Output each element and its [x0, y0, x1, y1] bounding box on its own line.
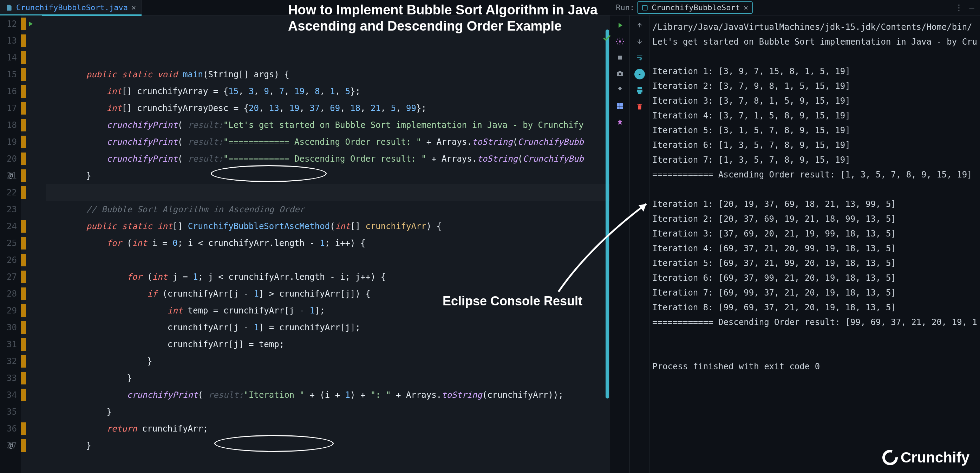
line-number: 35: [0, 403, 17, 420]
line-number: 20: [0, 150, 17, 167]
change-marker: [21, 321, 26, 334]
run-toolbar-secondary: [630, 16, 649, 473]
code-line[interactable]: for (int i = 0; i < crunchifyArr.length …: [46, 235, 610, 252]
change-marker: [21, 186, 26, 199]
console-line: Iteration 1: [3, 9, 7, 15, 8, 1, 5, 19]: [652, 64, 977, 79]
code-line[interactable]: [46, 184, 610, 201]
console-line: Iteration 5: [69, 37, 21, 99, 20, 19, 18…: [652, 256, 977, 271]
console-line: /Library/Java/JavaVirtualMachines/jdk-15…: [652, 20, 977, 35]
console-line: Iteration 5: [3, 1, 5, 7, 8, 9, 15, 19]: [652, 123, 977, 138]
console-line: [652, 182, 977, 197]
console-line: Iteration 6: [1, 3, 5, 7, 8, 9, 15, 19]: [652, 138, 977, 153]
editor-pane: CrunchifyBubbleSort.java × How to Implem…: [0, 0, 610, 473]
layout-icon[interactable]: [615, 101, 625, 111]
code-line[interactable]: crunchifyPrint( result:"Let's get starte…: [46, 117, 610, 134]
stop-icon[interactable]: [615, 53, 625, 62]
code-line[interactable]: }: [46, 167, 610, 184]
svg-rect-2: [618, 56, 622, 60]
console-line: Iteration 2: [20, 37, 69, 19, 21, 18, 99…: [652, 212, 977, 226]
minimize-icon[interactable]: —: [969, 3, 974, 13]
line-number: 16: [0, 83, 17, 100]
console-line: Let's get started on Bubble Sort impleme…: [652, 35, 977, 49]
change-marker: [21, 422, 26, 435]
delete-icon[interactable]: [635, 102, 644, 112]
change-marker: [21, 51, 26, 64]
line-number: 15: [0, 66, 17, 83]
up-arrow-icon[interactable]: [635, 21, 644, 30]
soft-wrap-icon[interactable]: [635, 53, 644, 62]
override-gutter-icon[interactable]: @: [8, 171, 13, 180]
code-line[interactable]: // Bubble Sort Algorithm in Ascending Or…: [46, 201, 610, 218]
override-gutter-icon[interactable]: @: [8, 441, 13, 449]
console-line: Iteration 6: [69, 37, 99, 21, 20, 19, 18…: [652, 271, 977, 285]
code-line[interactable]: }: [46, 369, 610, 387]
line-number: 17: [0, 100, 17, 117]
console-output[interactable]: /Library/Java/JavaVirtualMachines/jdk-15…: [649, 16, 980, 473]
code-line[interactable]: crunchifyPrint( result:"============ Des…: [46, 150, 610, 167]
code-line[interactable]: crunchifyArr[j] = temp;: [46, 336, 610, 353]
console-line: Iteration 7: [69, 99, 37, 21, 20, 19, 18…: [652, 285, 977, 300]
title-line-2: Ascending and Descending Order Example: [288, 18, 598, 35]
change-marker: [21, 237, 26, 250]
svg-point-1: [619, 40, 621, 43]
code-line[interactable]: public static int[] CrunchifyBubbleSortA…: [46, 218, 610, 235]
code-line[interactable]: }: [46, 437, 610, 454]
dump-icon[interactable]: [615, 85, 625, 95]
scroll-indicator[interactable]: [606, 30, 609, 398]
line-number: 24: [0, 218, 17, 235]
print-icon[interactable]: [635, 86, 644, 96]
console-line: Iteration 8: [99, 69, 37, 21, 20, 19, 18…: [652, 300, 977, 315]
code-line[interactable]: }: [46, 403, 610, 420]
line-number: 34: [0, 387, 17, 403]
code-line[interactable]: crunchifyArr[j - 1] = crunchifyArr[j];: [46, 319, 610, 336]
checkmark-icon[interactable]: [602, 33, 612, 43]
code-line[interactable]: [46, 454, 610, 471]
code-line[interactable]: }: [46, 353, 610, 369]
line-number: 22: [0, 184, 17, 201]
line-number: 33: [0, 369, 17, 387]
change-marker: [21, 153, 26, 165]
settings-icon[interactable]: [615, 37, 625, 46]
code-line[interactable]: // Bubble Sort Algorithm in Descending O…: [46, 471, 610, 473]
svg-point-3: [619, 73, 621, 75]
run-tab[interactable]: CrunchifyBubbleSort ×: [637, 2, 753, 14]
close-run-tab-icon[interactable]: ×: [744, 3, 748, 12]
line-number-gutter: 1213141516171819202122232425262728293031…: [0, 16, 21, 473]
svg-rect-0: [643, 5, 648, 10]
console-line: ============ Descending Order result: [9…: [652, 315, 977, 330]
console-line: [652, 49, 977, 64]
close-tab-icon[interactable]: ×: [131, 3, 136, 12]
camera-icon[interactable]: [615, 69, 625, 79]
code-content[interactable]: public static void main(String[] args) {…: [42, 16, 610, 473]
run-header: Run: CrunchifyBubbleSort × ⋮ —: [610, 0, 980, 16]
console-line: Iteration 4: [3, 7, 1, 5, 8, 9, 15, 19]: [652, 108, 977, 123]
code-line[interactable]: public static void main(String[] args) {: [46, 66, 610, 83]
change-marker: [21, 287, 26, 300]
run-gutter-icon[interactable]: [26, 20, 34, 28]
console-line: Iteration 2: [3, 7, 9, 8, 1, 5, 15, 19]: [652, 79, 977, 94]
code-line[interactable]: crunchifyPrint( result:"============ Asc…: [46, 134, 610, 150]
run-tab-name: CrunchifyBubbleSort: [652, 3, 740, 12]
svg-rect-7: [620, 107, 623, 109]
line-number: 13: [0, 32, 17, 49]
pin-icon[interactable]: [615, 117, 625, 127]
console-line: Process finished with exit code 0: [652, 359, 977, 374]
run-label: Run:: [616, 3, 634, 12]
code-line[interactable]: int[] crunchifyArray = {15, 3, 9, 7, 19,…: [46, 83, 610, 100]
console-line: [652, 344, 977, 359]
editor-tab[interactable]: CrunchifyBubbleSort.java ×: [0, 0, 142, 15]
code-line[interactable]: crunchifyPrint( result:"Iteration " + (i…: [46, 387, 610, 403]
crunchify-brand: Crunchify: [882, 449, 969, 466]
run-config-icon: [642, 5, 648, 11]
down-arrow-icon[interactable]: [635, 37, 644, 46]
title-line-1: How to Implement Bubble Sort Algorithm i…: [288, 2, 598, 18]
code-line[interactable]: return crunchifyArr;: [46, 420, 610, 437]
code-line[interactable]: for (int j = 1; j < crunchifyArr.length …: [46, 269, 610, 285]
rerun-icon[interactable]: [615, 21, 625, 30]
scroll-to-end-icon[interactable]: [634, 69, 645, 80]
code-line[interactable]: [46, 252, 610, 269]
code-line[interactable]: int[] crunchifyArrayDesc = {20, 13, 19, …: [46, 100, 610, 117]
code-area[interactable]: 1213141516171819202122232425262728293031…: [0, 16, 610, 473]
more-options-icon[interactable]: ⋮: [955, 3, 963, 13]
line-number: 19: [0, 134, 17, 150]
